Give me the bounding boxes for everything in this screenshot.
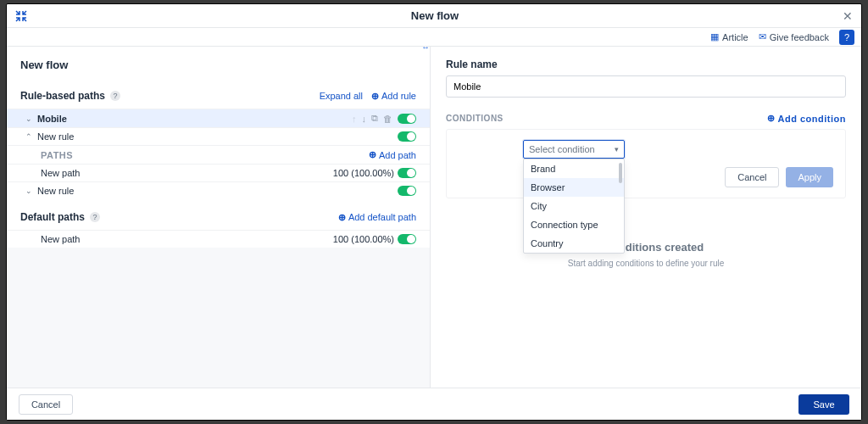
modal-body: ↔ New flow Rule-based paths ? Expand all…	[7, 47, 861, 388]
path-row[interactable]: New path 100 (100.00%)	[7, 230, 430, 248]
condition-apply-button[interactable]: Apply	[786, 167, 833, 187]
cancel-button[interactable]: Cancel	[19, 394, 73, 415]
titlebar: New flow ✕	[7, 4, 861, 28]
top-toolbar: ▦ Article ✉ Give feedback ?	[7, 28, 861, 47]
move-up-icon[interactable]: ↑	[352, 114, 357, 124]
rule-name-input[interactable]	[446, 75, 846, 98]
paths-header-row: PATHS ⊕Add path	[7, 145, 430, 164]
rule-name: New rule	[37, 186, 398, 196]
rule-name: New rule	[37, 131, 398, 142]
resize-handle-icon[interactable]: ↔	[421, 42, 430, 52]
plus-icon: ⊕	[371, 91, 379, 102]
chevron-down-icon[interactable]: ⌄	[24, 114, 34, 123]
plus-icon: ⊕	[338, 212, 346, 223]
rule-toggle[interactable]	[398, 131, 416, 142]
chat-icon: ✉	[759, 31, 766, 42]
add-default-path-label: Add default path	[348, 212, 416, 222]
path-row[interactable]: New path 100 (100.00%)	[7, 164, 430, 181]
option-city[interactable]: City	[524, 197, 624, 215]
default-paths-heading: Default paths	[20, 211, 85, 223]
modal-footer: Cancel Save	[7, 388, 861, 420]
rule-name: Mobile	[37, 114, 352, 124]
left-panel: New flow Rule-based paths ? Expand all ⊕…	[7, 47, 431, 388]
add-path-button[interactable]: ⊕Add path	[369, 149, 416, 160]
expand-all-button[interactable]: Expand all	[320, 91, 363, 101]
feedback-label: Give feedback	[770, 32, 829, 42]
path-name: New path	[41, 168, 333, 178]
chevron-up-icon[interactable]: ⌃	[24, 132, 34, 141]
duplicate-icon[interactable]: ⧉	[371, 113, 378, 124]
condition-editor: Select condition ▾ Brand Browser City Co…	[446, 129, 846, 198]
add-path-label: Add path	[379, 150, 416, 160]
rule-name-label: Rule name	[446, 59, 846, 70]
modal-title: New flow	[27, 9, 843, 22]
article-icon: ▦	[710, 31, 719, 42]
condition-cancel-button[interactable]: Cancel	[725, 167, 779, 187]
scrollbar[interactable]	[619, 163, 622, 183]
close-icon[interactable]: ✕	[843, 9, 853, 23]
modal-window: New flow ✕ ▦ Article ✉ Give feedback ? ↔…	[6, 3, 862, 421]
path-weight: 100 (100.00%)	[333, 234, 394, 244]
chevron-down-icon[interactable]: ⌄	[24, 187, 34, 195]
help-icon[interactable]: ?	[110, 91, 120, 101]
article-link[interactable]: ▦ Article	[710, 31, 748, 42]
collapse-icon[interactable]	[15, 10, 27, 22]
select-placeholder: Select condition	[529, 144, 595, 154]
add-rule-button[interactable]: ⊕Add rule	[371, 91, 416, 102]
plus-icon: ⊕	[369, 149, 376, 160]
empty-state: No conditions created Start adding condi…	[446, 241, 846, 268]
move-down-icon[interactable]: ↓	[362, 114, 367, 124]
feedback-link[interactable]: ✉ Give feedback	[759, 31, 829, 42]
path-toggle[interactable]	[398, 234, 416, 244]
path-name: New path	[41, 234, 333, 244]
empty-title: No conditions created	[446, 241, 846, 254]
option-connection-type[interactable]: Connection type	[524, 215, 624, 234]
rule-row-mobile[interactable]: ⌄ Mobile ↑ ↓ ⧉ 🗑	[7, 109, 430, 127]
add-default-path-button[interactable]: ⊕Add default path	[338, 212, 416, 223]
rule-toggle[interactable]	[398, 186, 416, 196]
rule-row[interactable]: ⌃ New rule	[7, 127, 430, 145]
rule-toggle[interactable]	[398, 114, 416, 124]
conditions-heading: CONDITIONS	[446, 114, 504, 123]
option-brand[interactable]: Brand	[524, 159, 624, 178]
article-label: Article	[722, 32, 748, 42]
path-weight: 100 (100.00%)	[333, 168, 394, 178]
left-panel-title: New flow	[7, 47, 430, 83]
chevron-down-icon: ▾	[615, 145, 619, 153]
paths-label: PATHS	[41, 150, 360, 160]
right-panel: Rule name CONDITIONS ⊕Add condition Sele…	[431, 47, 861, 388]
add-condition-label: Add condition	[778, 114, 846, 124]
plus-icon: ⊕	[767, 113, 776, 124]
default-paths-section-header: Default paths ? ⊕Add default path	[7, 204, 430, 230]
rule-row[interactable]: ⌄ New rule	[7, 181, 430, 199]
condition-dropdown: Brand Browser City Connection type Count…	[523, 159, 625, 254]
rule-based-heading: Rule-based paths	[20, 90, 105, 102]
option-country[interactable]: Country	[524, 234, 624, 253]
add-condition-button[interactable]: ⊕Add condition	[767, 113, 846, 124]
add-rule-label: Add rule	[381, 91, 416, 101]
delete-icon[interactable]: 🗑	[383, 114, 392, 124]
option-browser[interactable]: Browser	[524, 178, 624, 197]
help-icon[interactable]: ?	[839, 30, 854, 45]
save-button[interactable]: Save	[798, 394, 849, 415]
rule-based-section-header: Rule-based paths ? Expand all ⊕Add rule	[7, 83, 430, 109]
condition-select[interactable]: Select condition ▾	[523, 140, 625, 159]
path-toggle[interactable]	[398, 168, 416, 178]
empty-subtitle: Start adding conditions to define your r…	[446, 259, 846, 268]
help-icon[interactable]: ?	[90, 212, 100, 222]
